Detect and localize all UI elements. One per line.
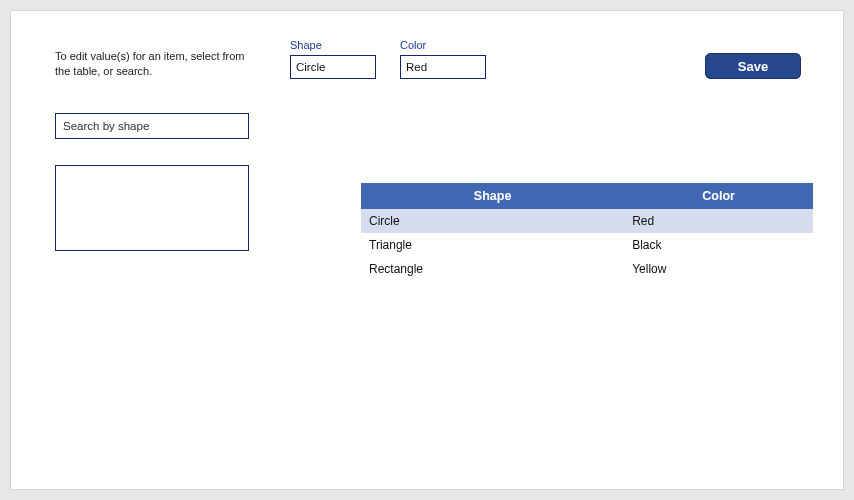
edit-fields: Shape Color xyxy=(290,39,486,79)
cell-shape: Rectangle xyxy=(361,257,624,281)
cell-shape: Triangle xyxy=(361,233,624,257)
color-input[interactable] xyxy=(400,55,486,79)
cell-color: Red xyxy=(624,209,813,233)
top-row: To edit value(s) for an item, select fro… xyxy=(55,39,813,79)
cell-color: Black xyxy=(624,233,813,257)
color-label: Color xyxy=(400,39,486,51)
table-header-row: Shape Color xyxy=(361,183,813,209)
search-input[interactable] xyxy=(55,113,249,139)
table-row[interactable]: RectangleYellow xyxy=(361,257,813,281)
cell-color: Yellow xyxy=(624,257,813,281)
save-button[interactable]: Save xyxy=(705,53,801,79)
color-field-block: Color xyxy=(400,39,486,79)
table-row[interactable]: TriangleBlack xyxy=(361,233,813,257)
search-results-listbox[interactable] xyxy=(55,165,249,251)
main-panel: To edit value(s) for an item, select fro… xyxy=(10,10,844,490)
shape-field-block: Shape xyxy=(290,39,376,79)
data-table: Shape Color CircleRedTriangleBlackRectan… xyxy=(361,183,813,281)
table-row[interactable]: CircleRed xyxy=(361,209,813,233)
data-table-wrap: Shape Color CircleRedTriangleBlackRectan… xyxy=(361,183,813,281)
table-header-color: Color xyxy=(624,183,813,209)
instructions-text: To edit value(s) for an item, select fro… xyxy=(55,39,250,79)
table-header-shape: Shape xyxy=(361,183,624,209)
shape-label: Shape xyxy=(290,39,376,51)
cell-shape: Circle xyxy=(361,209,624,233)
shape-input[interactable] xyxy=(290,55,376,79)
